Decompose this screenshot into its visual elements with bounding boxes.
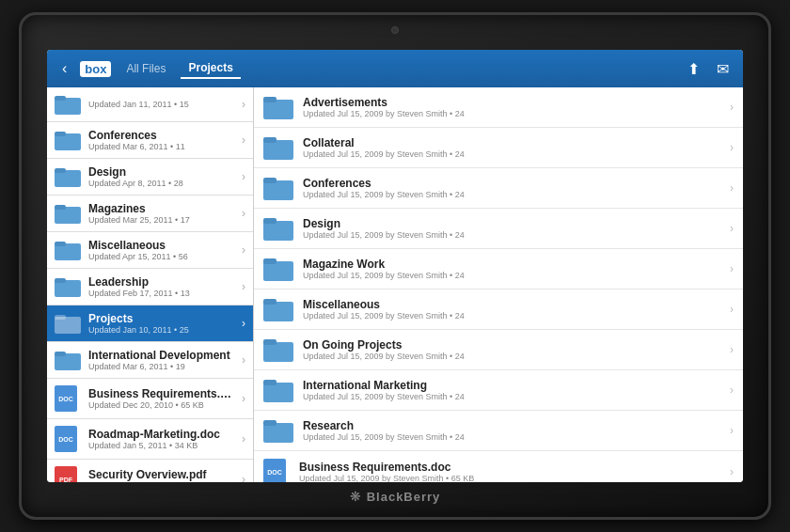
list-item[interactable]: Magazine Work Updated Jul 15, 2009 by St… bbox=[254, 249, 743, 289]
chevron-right-icon: › bbox=[242, 353, 245, 367]
item-name: Design bbox=[303, 217, 720, 230]
item-meta: Updated Mar 6, 2011 • 11 bbox=[88, 142, 234, 151]
item-text: Miscellaneous Updated Apr 15, 2011 • 56 bbox=[88, 239, 234, 261]
svg-rect-20 bbox=[263, 180, 293, 200]
chevron-right-icon: › bbox=[242, 98, 245, 111]
list-item[interactable]: DOC Business Requirements.doc Updated De… bbox=[47, 379, 253, 419]
back-button[interactable]: ‹ bbox=[56, 58, 72, 79]
svg-rect-22 bbox=[263, 221, 293, 241]
item-text: International Development Updated Mar 6,… bbox=[88, 349, 234, 371]
item-name: Advertisements bbox=[303, 96, 720, 109]
list-item[interactable]: Advertisements Updated Jul 15, 2009 by S… bbox=[254, 87, 743, 128]
list-item[interactable]: Updated Jan 11, 2011 • 15 › bbox=[47, 87, 253, 122]
item-meta: Updated Jan 10, 2011 • 25 bbox=[88, 325, 234, 335]
folder-icon bbox=[263, 216, 293, 241]
item-name: International Development bbox=[88, 349, 234, 362]
item-meta: Updated Apr 8, 2011 • 28 bbox=[88, 179, 234, 188]
upload-icon[interactable]: ⬆ bbox=[683, 58, 704, 80]
item-text: Business Requirements.doc Updated Dec 20… bbox=[88, 387, 234, 410]
list-item-projects[interactable]: Projects Updated Jan 10, 2011 • 25 › bbox=[47, 305, 253, 342]
logo-text: box bbox=[80, 61, 111, 77]
item-text: International Marketing Updated Jul 15, … bbox=[303, 379, 720, 401]
item-text: Security Overview.pdf Updated Jan 22, 20… bbox=[88, 468, 234, 482]
folder-icon bbox=[263, 135, 293, 160]
item-text: Leadership Updated Feb 17, 2011 • 13 bbox=[88, 275, 234, 298]
folder-icon bbox=[263, 337, 293, 362]
item-text: Advertisements Updated Jul 15, 2009 by S… bbox=[303, 96, 720, 118]
folder-icon bbox=[263, 257, 293, 281]
folder-icon bbox=[55, 130, 81, 150]
item-name: Magazines bbox=[88, 202, 234, 215]
folder-icon bbox=[263, 95, 293, 119]
list-item[interactable]: Miscellaneous Updated Jul 15, 2009 by St… bbox=[254, 289, 743, 330]
item-text: Updated Jan 11, 2011 • 15 bbox=[88, 100, 234, 109]
svg-rect-18 bbox=[263, 140, 293, 160]
item-text: Projects Updated Jan 10, 2011 • 25 bbox=[88, 312, 234, 335]
list-item[interactable]: On Going Projects Updated Jul 15, 2009 b… bbox=[254, 330, 743, 370]
item-name: Miscellaneous bbox=[303, 298, 720, 311]
item-name: Conferences bbox=[303, 177, 720, 190]
svg-rect-9 bbox=[55, 242, 66, 246]
screen: ‹ box All Files Projects ⬆ ✉ Updated Jan bbox=[47, 50, 743, 482]
svg-rect-15 bbox=[55, 352, 66, 356]
mail-icon[interactable]: ✉ bbox=[712, 58, 734, 80]
svg-rect-24 bbox=[263, 261, 293, 281]
list-item[interactable]: Design Updated Jul 15, 2009 by Steven Sm… bbox=[254, 209, 743, 249]
svg-rect-16 bbox=[263, 100, 293, 119]
chevron-right-icon: › bbox=[242, 280, 245, 293]
item-name: Business Requirements.doc bbox=[88, 387, 234, 400]
doc-icon: DOC bbox=[55, 426, 81, 452]
chevron-right-icon: › bbox=[730, 424, 734, 437]
item-name: Security Overview.pdf bbox=[88, 468, 234, 481]
list-item[interactable]: Conferences Updated Mar 6, 2011 • 11 › bbox=[47, 122, 253, 159]
item-meta: Updated Feb 17, 2011 • 13 bbox=[88, 289, 234, 298]
item-meta: Updated Jan 5, 2011 • 34 KB bbox=[88, 441, 234, 450]
item-meta: Updated Jul 15, 2009 by Steven Smith • 2… bbox=[303, 109, 720, 118]
list-item[interactable]: Conferences Updated Jul 15, 2009 by Stev… bbox=[254, 168, 743, 209]
blackberry-text: BlackBerry bbox=[367, 490, 441, 504]
item-text: Magazine Work Updated Jul 15, 2009 by St… bbox=[303, 258, 720, 280]
list-item[interactable]: Design Updated Apr 8, 2011 • 28 › bbox=[47, 159, 253, 196]
list-item[interactable]: Miscellaneous Updated Apr 15, 2011 • 56 … bbox=[47, 232, 253, 269]
tab-all-files[interactable]: All Files bbox=[118, 59, 173, 78]
item-meta: Updated Jul 15, 2009 by Steven Smith • 2… bbox=[303, 432, 720, 442]
item-text: Roadmap-Marketing.doc Updated Jan 5, 201… bbox=[88, 428, 234, 450]
tab-projects[interactable]: Projects bbox=[181, 58, 240, 79]
item-meta: Updated Jul 15, 2009 by Steven Smith • 2… bbox=[303, 149, 720, 159]
list-item[interactable]: International Development Updated Mar 6,… bbox=[47, 342, 253, 379]
chevron-right-icon: › bbox=[730, 101, 734, 114]
list-item[interactable]: DOC Business Requirements.doc Updated Ju… bbox=[254, 451, 743, 482]
pdf-icon: PDF bbox=[55, 466, 81, 482]
svg-rect-29 bbox=[263, 339, 276, 345]
list-item[interactable]: International Marketing Updated Jul 15, … bbox=[254, 370, 743, 411]
item-text: Conferences Updated Jul 15, 2009 by Stev… bbox=[303, 177, 720, 199]
tablet-device: ‹ box All Files Projects ⬆ ✉ Updated Jan bbox=[19, 12, 771, 520]
item-name: International Marketing bbox=[303, 379, 720, 392]
chevron-right-icon: › bbox=[730, 383, 734, 397]
camera bbox=[391, 26, 399, 34]
chevron-right-icon: › bbox=[730, 181, 734, 195]
item-text: Design Updated Apr 8, 2011 • 28 bbox=[88, 165, 234, 188]
item-name: Research bbox=[303, 419, 720, 432]
chevron-right-icon: › bbox=[730, 343, 734, 356]
list-item[interactable]: Leadership Updated Feb 17, 2011 • 13 › bbox=[47, 269, 253, 305]
item-name: Roadmap-Marketing.doc bbox=[88, 428, 234, 441]
list-item[interactable]: DOC Roadmap-Marketing.doc Updated Jan 5,… bbox=[47, 419, 253, 460]
chevron-right-icon: › bbox=[242, 473, 245, 482]
left-panel: Updated Jan 11, 2011 • 15 › Conferences … bbox=[47, 87, 254, 482]
chevron-right-icon: › bbox=[242, 170, 245, 183]
list-item[interactable]: Collateral Updated Jul 15, 2009 by Steve… bbox=[254, 128, 743, 168]
blackberry-logo-icon: ❋ bbox=[350, 489, 361, 504]
svg-rect-27 bbox=[263, 299, 276, 305]
list-item[interactable]: Magazines Updated Mar 25, 2011 • 17 › bbox=[47, 196, 253, 232]
item-name: Leadership bbox=[88, 275, 234, 289]
list-item[interactable]: Research Updated Jul 15, 2009 by Steven … bbox=[254, 411, 743, 451]
item-meta: Updated Jan 22, 2011 • 65 KB bbox=[88, 481, 234, 482]
item-meta: Updated Jul 15, 2009 by Steven Smith • 2… bbox=[303, 230, 720, 240]
item-meta: Updated Jul 15, 2009 by Steven Smith • 2… bbox=[303, 190, 720, 199]
chevron-right-icon: › bbox=[242, 392, 245, 405]
svg-rect-11 bbox=[55, 278, 66, 283]
folder-icon bbox=[263, 297, 293, 321]
list-item[interactable]: PDF Security Overview.pdf Updated Jan 22… bbox=[47, 460, 253, 482]
svg-rect-28 bbox=[263, 342, 293, 362]
